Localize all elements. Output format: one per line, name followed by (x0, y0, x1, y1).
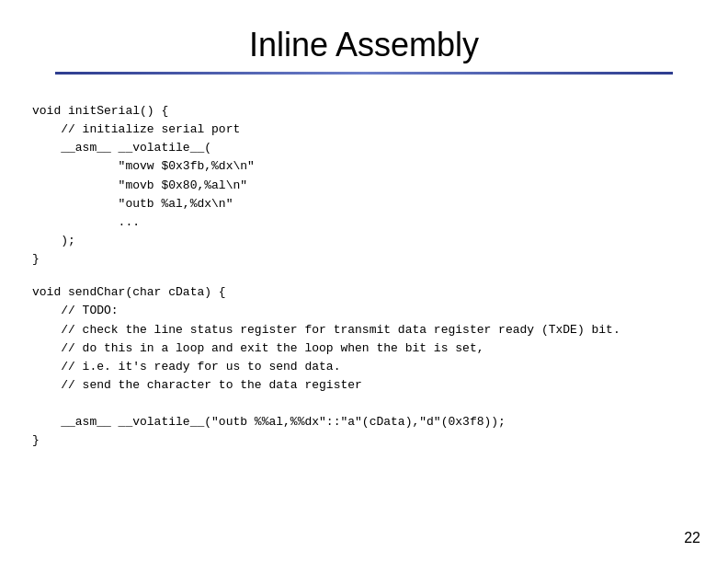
code-block-2: void sendChar(char cData) { // TODO: // … (32, 283, 696, 450)
slide-title: Inline Assembly (37, 26, 691, 64)
page-number: 22 (684, 530, 700, 546)
title-underline (55, 72, 673, 75)
code-area: void initSerial() { // initialize serial… (0, 84, 728, 460)
title-area: Inline Assembly (0, 0, 728, 84)
code-block-1: void initSerial() { // initialize serial… (32, 102, 696, 269)
slide-container: Inline Assembly void initSerial() { // i… (0, 0, 728, 563)
